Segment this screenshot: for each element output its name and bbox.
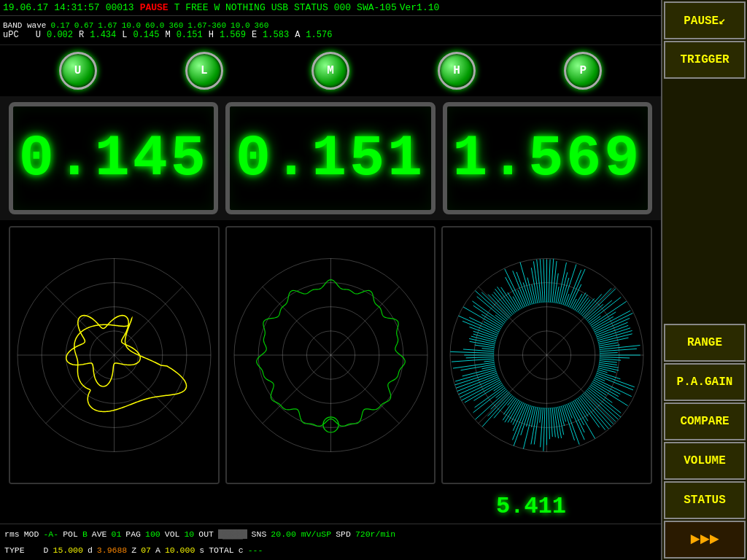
scope-right-canvas <box>443 228 651 483</box>
displays-row: 0.145 0.151 1.569 <box>0 96 661 220</box>
model: SWA-105 <box>357 2 397 13</box>
pause-button[interactable]: PAUSE↙ <box>664 1 746 39</box>
display-l: 0.145 <box>9 102 218 214</box>
display-m-value: 0.151 <box>236 125 425 192</box>
datetime: 19.06.17 14:31:57 <box>3 2 100 13</box>
main-content: U L M H P 0.145 0.151 1.569 5.411 rms <box>0 45 661 560</box>
display-h: 1.569 <box>443 102 652 214</box>
pa-gain-button[interactable]: P.A.GAIN <box>664 363 746 401</box>
usb-label: USB STATUS <box>271 2 328 13</box>
volume-button[interactable]: VOLUME <box>664 442 746 480</box>
trigger-button[interactable]: TRIGGER <box>664 41 746 79</box>
w-label: W NOTHING <box>214 2 265 13</box>
range-button[interactable]: RANGE <box>664 324 746 362</box>
t-label: T FREE <box>174 2 209 13</box>
scope-center <box>225 226 436 484</box>
status-num: 000 <box>334 2 351 13</box>
upc-label: uPC <box>3 30 19 40</box>
right-panel: PAUSE↙ TRIGGER RANGE P.A.GAIN COMPARE VO… <box>661 0 747 560</box>
big-value: 5.411 <box>496 493 566 520</box>
version: Ver1.10 <box>400 2 440 13</box>
compare-button[interactable]: COMPARE <box>664 402 746 440</box>
knobs-row: U L M H P <box>0 45 661 96</box>
knob-p[interactable]: P <box>564 52 602 90</box>
display-h-value: 1.569 <box>452 125 642 192</box>
status-button[interactable]: STATUS <box>664 481 746 519</box>
scope-left <box>9 226 220 484</box>
bottom-bar: rms MOD -A- POL B AVE 01 PAG 100 VOL 10 … <box>0 524 661 560</box>
knob-m[interactable]: M <box>311 52 349 90</box>
display-m: 0.151 <box>225 102 435 214</box>
display-l-value: 0.145 <box>19 125 209 192</box>
scope-right <box>441 226 652 484</box>
scope-left-canvas <box>10 228 218 483</box>
device-id: 00013 <box>106 2 134 13</box>
knob-l[interactable]: L <box>185 52 223 90</box>
pause-label: PAUSE <box>140 2 169 13</box>
knob-u[interactable]: U <box>59 52 97 90</box>
scopes-row <box>0 220 661 490</box>
band-row: BAND wave 0.17 0.67 1.67 10.0 60.0 360 1… <box>0 16 747 45</box>
band-label: BAND wave <box>3 21 46 30</box>
knob-h[interactable]: H <box>438 52 476 90</box>
scope-center-canvas <box>227 228 435 483</box>
status-bar: 19.06.17 14:31:57 00013 PAUSE T FREE W N… <box>0 0 747 16</box>
arrows-button[interactable]: ►►► <box>664 521 746 559</box>
bottom-line-1: rms MOD -A- POL B AVE 01 PAG 100 VOL 10 … <box>4 529 657 539</box>
bottom-line-2: TYPE D 15.000 d 3.9688 Z 07 A 10.000 s T… <box>4 545 657 555</box>
